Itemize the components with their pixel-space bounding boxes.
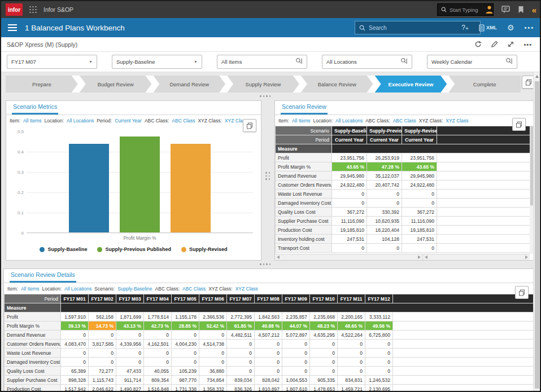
table-cell: 24,922,480 — [402, 180, 437, 190]
workflow-stage-supply-review[interactable]: Supply Review — [227, 76, 299, 93]
menu-icon[interactable] — [8, 23, 17, 33]
bar-supply-revised[interactable] — [171, 144, 211, 232]
filter-link-xyz-class[interactable]: XYZ Class — [235, 286, 258, 292]
tab-scenario-review-details[interactable]: Scenario Review Details — [10, 271, 76, 283]
lookup-weekly-calendar[interactable]: Weekly Calendar — [427, 55, 517, 69]
table-cell: 0 — [116, 331, 144, 340]
dropdown-supply-baseline[interactable]: Supply-Baseline▼ — [112, 55, 202, 69]
table-cell: 4,635,295 — [310, 331, 338, 340]
table-cell: 0 — [172, 331, 199, 340]
column-header-supply-revised[interactable]: Supply-Revised — [402, 126, 437, 135]
table-header-row: Measure — [276, 144, 534, 153]
filter-link-abc-class[interactable]: ABC Class — [182, 286, 206, 292]
filter-label: ABC Class: — [365, 118, 390, 124]
column-header-fy17-m06[interactable]: FY17 M06 — [199, 294, 227, 303]
filter-link-current-year[interactable]: Current Year — [115, 118, 142, 124]
scroll-up-icon[interactable] — [535, 75, 539, 78]
lookup-all-items[interactable]: All Items — [217, 55, 307, 69]
scenario-review-copy-button[interactable] — [512, 118, 526, 131]
scroll-left-icon[interactable] — [425, 256, 427, 259]
page-vscrollbar[interactable] — [533, 72, 540, 391]
edit-icon[interactable] — [491, 41, 498, 48]
column-header-fy17-m10[interactable]: FY17 M10 — [310, 294, 338, 303]
user-icon[interactable] — [485, 5, 494, 14]
workflow-stage-demand-review[interactable]: Demand Review — [153, 76, 225, 93]
filter-link-all-items[interactable]: All Items — [21, 286, 40, 292]
filter-link-supply-baseline[interactable]: Supply-Baseline — [117, 286, 152, 292]
column-header-fy17-m05[interactable]: FY17 M05 — [172, 294, 199, 303]
filter-label: Location: — [42, 286, 62, 292]
column-header-supply-baseline[interactable]: Supply-Baseline — [332, 126, 367, 135]
workflow-stage-complete[interactable]: Complete — [448, 76, 521, 93]
filter-link-abc-class[interactable]: ABC Class — [393, 118, 416, 124]
tab-scenario-review[interactable]: Scenario Review — [281, 103, 328, 114]
column-header-fy17-m09[interactable]: FY17 M09 — [282, 294, 310, 303]
xml-icon[interactable]: XML — [479, 24, 497, 32]
splitter-handle-top[interactable] — [260, 95, 270, 97]
filter-link-all-locations[interactable]: All Locations — [64, 286, 91, 292]
column-header-fy17-m07[interactable]: FY17 M07 — [227, 294, 255, 303]
measure-label: Profit Margin % — [276, 162, 332, 171]
chart-y-tick: 0.5 — [8, 129, 24, 134]
scroll-right-icon[interactable] — [418, 256, 421, 259]
tab-scenario-metrics[interactable]: Scenario Metrics — [12, 103, 58, 114]
page-vscrollbar-thumb[interactable] — [535, 81, 539, 389]
filter-link-all-items[interactable]: All Items — [292, 118, 311, 124]
dropdown-fy17-m07[interactable]: FY17 M07▼ — [7, 55, 97, 69]
scenario-metrics-copy-button[interactable] — [243, 119, 256, 132]
legend-item-supply-previous-published[interactable]: Supply-Previous Published — [97, 246, 171, 252]
scenario-review-details-copy-button[interactable] — [515, 286, 529, 299]
workflow-stage-budget-review[interactable]: Budget Review — [80, 76, 152, 93]
infor-logo[interactable]: infor — [6, 3, 23, 16]
filter-link-all-items[interactable]: All Items — [23, 118, 42, 124]
refresh-icon[interactable] — [474, 41, 482, 48]
column-header-fy17-m01[interactable]: FY17 M01 — [61, 294, 89, 303]
collapse-chevrons-icon[interactable]: « — [532, 5, 536, 15]
table-cell: 4,083,470 — [61, 340, 89, 349]
subcolumn-header[interactable]: Current Year — [367, 135, 402, 144]
expand-icon[interactable] — [507, 41, 514, 48]
filter-link-all-locations[interactable]: All Locations — [67, 118, 94, 124]
bar-supply-baseline[interactable] — [69, 144, 109, 232]
app-grid-icon[interactable] — [29, 6, 37, 14]
filter-label: Item: — [7, 286, 18, 292]
row-filler — [393, 349, 534, 358]
scroll-left-icon[interactable] — [277, 256, 280, 259]
row-filler — [437, 235, 534, 244]
subcolumn-header[interactable]: Current Year — [402, 135, 437, 144]
chat-icon[interactable] — [501, 6, 510, 14]
legend-item-supply-revised[interactable]: Supply-Revised — [181, 246, 228, 252]
gear-icon[interactable]: ⚙ — [507, 23, 514, 32]
workflow-stage-executive-review[interactable]: Executive Review — [375, 76, 447, 93]
lookup-all-locations[interactable]: All Locations — [322, 55, 412, 69]
table-cell: 0 — [227, 349, 255, 358]
filter-link-all-locations[interactable]: All Locations — [335, 118, 363, 124]
subcolumn-header[interactable]: Current Year — [332, 135, 367, 144]
splitter-handle-vertical[interactable] — [265, 172, 270, 180]
splitter-handle-bottom[interactable] — [260, 263, 270, 265]
column-header-fy17-m03[interactable]: FY17 M03 — [116, 294, 144, 303]
table-row: Damaged Inventory Cost000 — [276, 199, 534, 208]
column-header-supply-previous[interactable]: Supply-Previous — [367, 126, 402, 135]
scroll-right-icon[interactable] — [525, 256, 528, 259]
filter-link-xyz-class[interactable]: XYZ Class — [446, 118, 468, 124]
legend-item-supply-baseline[interactable]: Supply-Baseline — [40, 246, 87, 252]
column-header-fy17-m04[interactable]: FY17 M04 — [144, 294, 172, 303]
table-cell: 0 — [282, 367, 310, 376]
more-icon[interactable]: ••• — [524, 24, 534, 31]
table-cell: 49.56 % — [365, 321, 393, 331]
column-header-fy17-m12[interactable]: FY17 M12 — [365, 294, 393, 303]
workflow-stage-prepare[interactable]: Prepare — [6, 76, 78, 93]
table-row: Quality Loss Cost65,38972,27747,43340,05… — [5, 367, 534, 376]
bookmark-icon[interactable] — [518, 6, 524, 14]
filter-link-abc-class[interactable]: ABC Class — [172, 118, 195, 124]
workflow-stage-balance-review[interactable]: Balance Review — [301, 76, 373, 93]
column-header-fy17-m02[interactable]: FY17 M02 — [89, 294, 116, 303]
column-header-fy17-m08[interactable]: FY17 M08 — [255, 294, 282, 303]
bar-supply-previous-published[interactable] — [120, 136, 160, 232]
help-icon[interactable]: ?✳ — [461, 24, 469, 32]
column-header-fy17-m11[interactable]: FY17 M11 — [338, 294, 365, 303]
more-icon[interactable]: ••• — [523, 41, 532, 48]
scenario-review-hscrollbar[interactable] — [275, 254, 530, 260]
table-cell: 43.13 % — [116, 321, 144, 331]
